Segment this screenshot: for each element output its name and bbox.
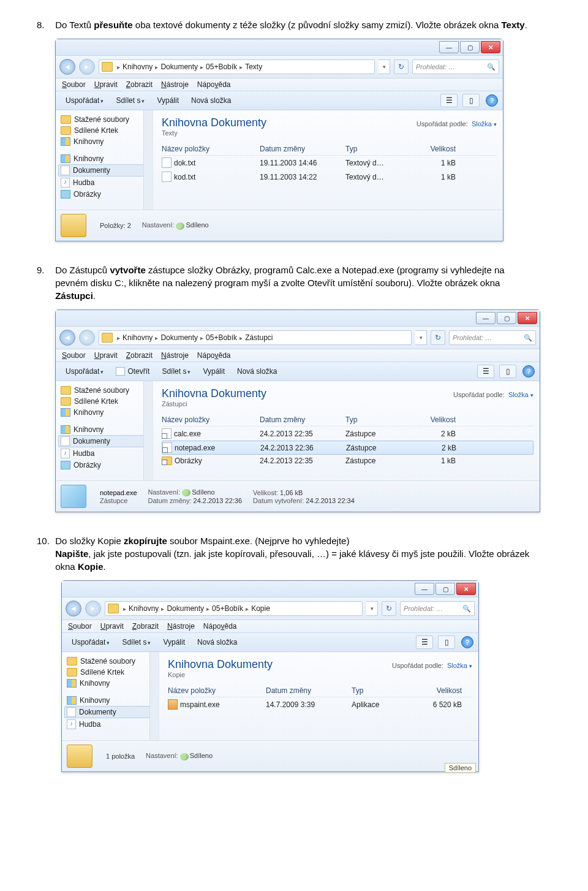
refresh-button[interactable]: ↻ [431, 330, 445, 345]
breadcrumb[interactable]: ▸ Knihovny▸ Dokumenty▸ 05+Bobík▸ Kopie [105, 601, 363, 616]
menu-file[interactable]: Soubor [68, 622, 92, 631]
back-button[interactable]: ◄ [59, 59, 75, 75]
scrollbar[interactable] [149, 652, 159, 740]
maximize-button[interactable]: ▢ [460, 41, 480, 53]
new-folder-button[interactable]: Nová složka [186, 95, 236, 106]
menu-edit[interactable]: Upravit [94, 351, 118, 360]
organize-button[interactable]: Uspořádat▾ [67, 637, 115, 648]
share-with-button[interactable]: Sdílet s▾ [117, 637, 156, 648]
nav-item[interactable]: Stažené soubory [58, 385, 150, 396]
column-headers[interactable]: Název položky Datum změny Typ Velikost [162, 143, 497, 156]
breadcrumb-dropdown[interactable]: ▾ [415, 330, 427, 345]
titlebar[interactable]: ― ▢ ✕ [56, 39, 503, 56]
close-button[interactable]: ✕ [518, 312, 537, 324]
search-input[interactable]: Prohledat: … 🔍 [400, 601, 475, 616]
nav-item[interactable]: Knihovny [58, 407, 150, 418]
share-with-button[interactable]: Sdílet s▾ [111, 95, 149, 106]
nav-pictures[interactable]: Obrázky [58, 460, 150, 471]
breadcrumb[interactable]: ▸ Knihovny▸ Dokumenty▸ 05+Bobík▸ Zástupc… [99, 330, 412, 345]
close-button[interactable]: ✕ [456, 583, 476, 595]
arrange-by[interactable]: Uspořádat podle: Složka ▾ [453, 391, 533, 398]
nav-item[interactable]: Knihovny [64, 678, 156, 689]
nav-libraries-header[interactable]: Knihovny [64, 695, 156, 706]
preview-pane-button[interactable]: ▯ [438, 635, 455, 649]
organize-button[interactable]: Uspořádat▾ [61, 366, 108, 377]
menu-view[interactable]: Zobrazit [126, 351, 153, 360]
new-folder-button[interactable]: Nová složka [192, 637, 242, 648]
menu-help[interactable]: Nápověda [197, 351, 231, 360]
column-headers[interactable]: Název položky Datum změny Typ Velikost [162, 414, 533, 427]
file-row[interactable]: mspaint.exe 14.7.2009 3:39 Aplikace 6 52… [168, 697, 472, 711]
maximize-button[interactable]: ▢ [435, 583, 455, 595]
back-button[interactable]: ◄ [59, 330, 75, 346]
search-input[interactable]: Prohledat: … 🔍 [449, 330, 536, 345]
nav-item[interactable]: Stažené soubory [64, 656, 156, 667]
forward-button[interactable]: ► [79, 330, 95, 346]
nav-item[interactable]: Stažené soubory [58, 114, 150, 125]
menu-view[interactable]: Zobrazit [126, 80, 153, 89]
arrange-by[interactable]: Uspořádat podle: Složka ▾ [392, 662, 472, 669]
refresh-button[interactable]: ↻ [394, 59, 409, 74]
minimize-button[interactable]: ― [439, 41, 459, 53]
nav-documents[interactable]: Dokumenty [58, 164, 150, 176]
menu-view[interactable]: Zobrazit [132, 622, 159, 631]
help-button[interactable]: ? [486, 94, 498, 107]
nav-item[interactable]: Knihovny [58, 136, 150, 147]
file-row[interactable]: kod.txt 19.11.2003 14:22 Textový d… 1 kB [162, 170, 497, 184]
breadcrumb[interactable]: ▸ Knihovny▸ Dokumenty▸ 05+Bobík▸ Texty [99, 59, 375, 74]
back-button[interactable]: ◄ [66, 601, 81, 616]
help-button[interactable]: ? [461, 636, 473, 648]
menu-tools[interactable]: Nástroje [161, 80, 189, 89]
nav-libraries-header[interactable]: Knihovny [58, 153, 150, 164]
view-mode-button[interactable]: ☰ [440, 94, 458, 107]
nav-item[interactable]: Sdílené Krtek [58, 125, 150, 136]
burn-button[interactable]: Vypálit [198, 366, 230, 377]
menu-edit[interactable]: Upravit [94, 80, 118, 89]
refresh-button[interactable]: ↻ [382, 601, 396, 616]
burn-button[interactable]: Vypálit [158, 637, 190, 648]
file-row[interactable]: dok.txt 19.11.2003 14:46 Textový d… 1 kB [162, 156, 497, 170]
scrollbar[interactable] [143, 110, 153, 210]
view-mode-button[interactable]: ☰ [416, 635, 433, 649]
column-headers[interactable]: Název položky Datum změny Typ Velikost [168, 684, 472, 697]
minimize-button[interactable]: ― [476, 312, 496, 324]
preview-pane-button[interactable]: ▯ [462, 94, 480, 107]
menu-tools[interactable]: Nástroje [167, 622, 195, 631]
titlebar[interactable]: ― ▢ ✕ [62, 581, 478, 597]
help-button[interactable]: ? [522, 365, 535, 377]
nav-music[interactable]: ♪Hudba [58, 176, 150, 189]
preview-pane-button[interactable]: ▯ [499, 365, 516, 378]
menu-tools[interactable]: Nástroje [161, 351, 189, 360]
menu-file[interactable]: Soubor [62, 80, 86, 89]
nav-music[interactable]: ♪Hudba [64, 718, 156, 730]
file-row-selected[interactable]: notepad.exe 24.2.2013 22:36 Zástupce 2 k… [162, 441, 533, 455]
breadcrumb-dropdown[interactable]: ▾ [366, 601, 378, 616]
menu-edit[interactable]: Upravit [100, 622, 124, 631]
search-input[interactable]: Prohledat: … 🔍 [412, 59, 499, 74]
nav-item[interactable]: Sdílené Krtek [64, 667, 156, 678]
file-row[interactable]: calc.exe 24.2.2013 22:35 Zástupce 2 kB [162, 427, 533, 441]
nav-libraries-header[interactable]: Knihovny [58, 424, 150, 435]
titlebar[interactable]: ― ▢ ✕ [56, 310, 540, 327]
menu-file[interactable]: Soubor [62, 351, 86, 360]
nav-music[interactable]: ♪Hudba [58, 447, 150, 460]
breadcrumb-dropdown[interactable]: ▾ [379, 59, 390, 74]
nav-item[interactable]: Sdílené Krtek [58, 396, 150, 407]
forward-button[interactable]: ► [79, 59, 95, 75]
close-button[interactable]: ✕ [481, 41, 500, 53]
arrange-by[interactable]: Uspořádat podle: Složka ▾ [417, 120, 497, 127]
maximize-button[interactable]: ▢ [497, 312, 516, 324]
burn-button[interactable]: Vypálit [152, 95, 184, 106]
minimize-button[interactable]: ― [415, 583, 434, 595]
nav-documents[interactable]: Dokumenty [64, 706, 156, 718]
menu-help[interactable]: Nápověda [197, 80, 231, 89]
nav-documents[interactable]: Dokumenty [58, 435, 150, 447]
nav-pictures[interactable]: Obrázky [58, 189, 150, 200]
view-mode-button[interactable]: ☰ [477, 365, 494, 378]
share-with-button[interactable]: Sdílet s▾ [157, 366, 195, 377]
menu-help[interactable]: Nápověda [203, 622, 237, 631]
new-folder-button[interactable]: Nová složka [232, 366, 282, 377]
forward-button[interactable]: ► [85, 601, 101, 616]
scrollbar[interactable] [143, 381, 153, 480]
open-button[interactable]: Otevřít [111, 366, 154, 377]
